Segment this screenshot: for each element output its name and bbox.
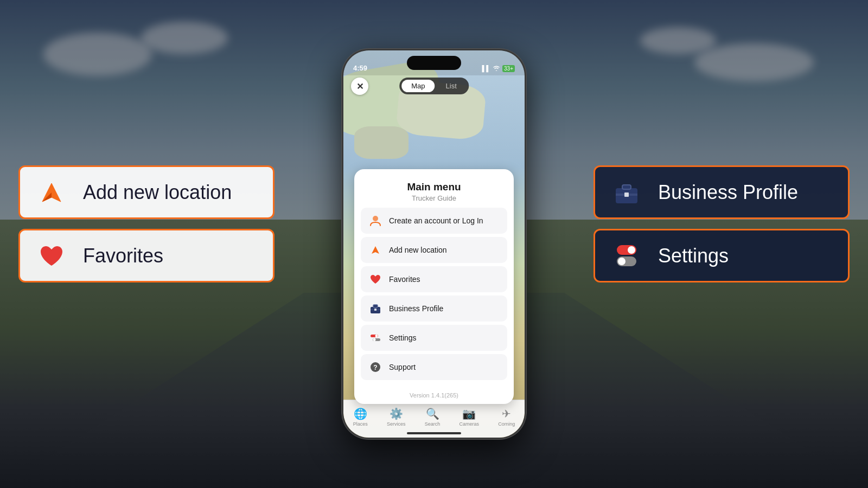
nav-services[interactable]: ⚙️ Services xyxy=(387,407,406,427)
settings-card[interactable]: Settings xyxy=(593,229,850,282)
services-icon: ⚙️ xyxy=(390,407,403,420)
nav-search[interactable]: 🔍 Search xyxy=(425,407,441,427)
signal-icon: ▌▌ xyxy=(482,65,490,72)
menu-item-favorites[interactable]: Favorites xyxy=(361,266,507,292)
search-icon: 🔍 xyxy=(426,407,439,420)
menu-item-add-location-label: Add new location xyxy=(389,246,447,254)
places-icon: 🌐 xyxy=(354,407,367,420)
svg-rect-6 xyxy=(373,305,378,307)
cameras-icon: 📷 xyxy=(462,407,476,420)
add-new-location-card[interactable]: Add new location xyxy=(18,165,275,219)
svg-rect-1 xyxy=(622,185,631,189)
menu-item-business-profile-label: Business Profile xyxy=(389,304,443,313)
svg-rect-3 xyxy=(624,192,629,197)
settings-label: Settings xyxy=(658,245,729,267)
menu-item-settings-label: Settings xyxy=(389,333,417,342)
nav-places[interactable]: 🌐 Places xyxy=(353,407,368,427)
help-icon: ? xyxy=(368,360,382,374)
nav-coming-label: Coming xyxy=(498,421,515,427)
map-list-toggle: Map List xyxy=(399,78,469,94)
menu-items-list: Create an account or Log In Add new loca… xyxy=(354,208,514,387)
nav-search-label: Search xyxy=(425,421,441,427)
close-icon: ✕ xyxy=(356,81,363,92)
nav-places-label: Places xyxy=(353,421,368,427)
menu-subtitle: Trucker Guide xyxy=(365,194,503,202)
home-indicator xyxy=(407,432,461,434)
svg-point-10 xyxy=(375,335,378,337)
menu-item-settings[interactable]: Settings xyxy=(361,325,507,351)
add-new-location-label: Add new location xyxy=(83,181,232,204)
heart-small-icon xyxy=(368,272,382,286)
menu-header: Main menu Trucker Guide xyxy=(354,169,514,208)
menu-title: Main menu xyxy=(365,181,503,193)
status-icons: ▌▌ 33+ xyxy=(482,65,515,72)
nav-cameras[interactable]: 📷 Cameras xyxy=(459,407,480,427)
briefcase-icon xyxy=(610,176,643,209)
main-menu-modal: Main menu Trucker Guide Create an accoun… xyxy=(354,169,514,404)
map-toggle-button[interactable]: Map xyxy=(401,80,435,92)
left-feature-cards: Add new location Favorites xyxy=(18,165,275,282)
svg-rect-8 xyxy=(374,309,376,311)
svg-text:?: ? xyxy=(373,364,377,371)
phone-mockup: 4:59 ▌▌ 33+ ✕ Map List xyxy=(342,49,526,439)
version-text: Version 1.4.1(265) xyxy=(354,387,514,404)
menu-item-add-location[interactable]: Add new location xyxy=(361,237,507,263)
menu-item-create-account[interactable]: Create an account or Log In xyxy=(361,208,507,234)
settings-small-icon xyxy=(368,331,382,345)
location-icon xyxy=(368,243,382,257)
list-toggle-button[interactable]: List xyxy=(436,80,467,92)
svg-point-4 xyxy=(373,216,378,221)
nav-coming[interactable]: ✈ Coming xyxy=(498,407,515,427)
nav-cameras-label: Cameras xyxy=(459,421,480,427)
menu-item-create-account-label: Create an account or Log In xyxy=(389,216,483,225)
settings-icon xyxy=(610,240,643,272)
menu-item-favorites-label: Favorites xyxy=(389,275,420,284)
menu-item-business-profile[interactable]: Business Profile xyxy=(361,296,507,322)
nav-services-label: Services xyxy=(387,421,406,427)
favorites-card[interactable]: Favorites xyxy=(18,229,275,282)
menu-item-support-label: Support xyxy=(389,363,416,371)
phone-frame: 4:59 ▌▌ 33+ ✕ Map List xyxy=(342,49,526,439)
wifi-icon xyxy=(493,65,500,72)
svg-point-12 xyxy=(373,338,376,341)
coming-icon: ✈ xyxy=(502,407,511,420)
business-profile-card[interactable]: Business Profile xyxy=(593,165,850,219)
business-profile-label: Business Profile xyxy=(658,181,798,204)
status-time: 4:59 xyxy=(353,64,367,72)
menu-item-support[interactable]: ? Support xyxy=(361,354,507,380)
close-button[interactable]: ✕ xyxy=(351,78,368,95)
right-feature-cards: Business Profile Settings xyxy=(593,165,850,282)
heart-icon xyxy=(35,240,68,272)
map-land-3 xyxy=(354,126,409,159)
user-icon xyxy=(368,214,382,228)
dynamic-island xyxy=(407,56,461,70)
location-arrow-icon xyxy=(35,176,68,209)
favorites-label: Favorites xyxy=(83,245,163,267)
battery-icon: 33+ xyxy=(502,65,515,72)
briefcase-small-icon xyxy=(368,301,382,316)
